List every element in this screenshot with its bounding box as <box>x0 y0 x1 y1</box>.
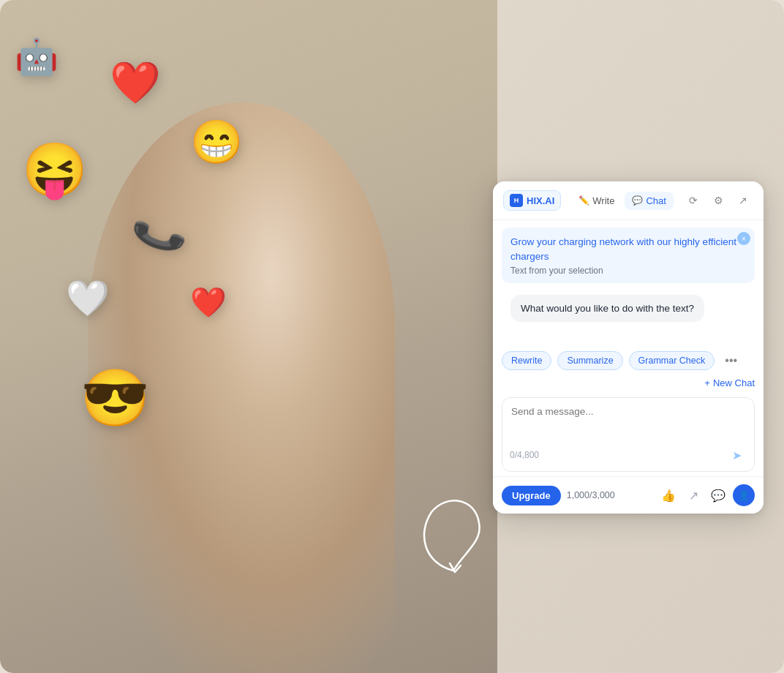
tab-chat[interactable]: 💬 Chat <box>625 192 673 210</box>
emoji-heart-red: ❤️ <box>190 285 227 320</box>
logo-badge: H HIX.AI <box>503 190 561 211</box>
question-area: What would you like to do with the text? <box>493 286 764 331</box>
expand-button[interactable]: ↗ <box>733 190 753 211</box>
share-button[interactable]: ↗ <box>683 485 704 505</box>
selected-text-sub: Text from your selection <box>510 266 746 276</box>
header-tabs: ✏️ Write 💬 Chat <box>571 192 674 210</box>
spacer <box>493 331 764 345</box>
suggestion-chips-area: Rewrite Summarize Grammar Check ••• <box>493 345 764 375</box>
thumbs-up-button[interactable]: 👍 <box>658 485 679 505</box>
logo-text: HIX.AI <box>527 195 554 206</box>
background: 😝 ❤️ 😁 📞 🤍 ❤️ 😎 🤖 H HIX.AI ✏️ Write 💬 <box>0 0 784 673</box>
bottom-actions: 👍 ↗ 💬 👤 <box>658 484 755 506</box>
decorative-arrow <box>410 490 497 578</box>
emoji-grinning: 😁 <box>190 117 243 167</box>
hix-logo-icon: H <box>510 194 523 207</box>
emoji-robot: 🤖 <box>15 37 59 78</box>
chat-icon: 💬 <box>632 195 643 206</box>
usage-count: 1,000/3,000 <box>567 490 615 500</box>
send-button[interactable]: ➤ <box>726 445 747 465</box>
comment-button[interactable]: 💬 <box>708 485 728 505</box>
write-icon: ✏️ <box>578 195 589 206</box>
chip-rewrite[interactable]: Rewrite <box>502 351 551 370</box>
new-chat-button[interactable]: + New Chat <box>704 377 755 388</box>
upgrade-button[interactable]: Upgrade <box>502 486 561 505</box>
avatar-button[interactable]: 👤 <box>733 484 755 506</box>
new-chat-row: + New Chat <box>493 375 764 393</box>
chip-grammar-check[interactable]: Grammar Check <box>629 351 715 370</box>
new-chat-icon: + <box>704 377 710 388</box>
avatar-icon: 👤 <box>738 490 750 501</box>
selected-text-main: Grow your charging network with our high… <box>510 235 746 263</box>
send-icon: ➤ <box>732 448 742 462</box>
settings-button[interactable]: ⚙ <box>708 190 728 211</box>
question-bubble: What would you like to do with the text? <box>510 295 704 322</box>
tab-write-label: Write <box>592 195 614 206</box>
emoji-heart-love: ❤️ <box>110 59 161 107</box>
emoji-heart-white: 🤍 <box>66 278 110 319</box>
header-actions: ⟳ ⚙ ↗ <box>683 190 753 211</box>
char-count: 0/4,800 <box>510 450 539 460</box>
chips-more-button[interactable]: ••• <box>720 351 742 370</box>
message-footer: 0/4,800 ➤ <box>502 442 754 471</box>
new-chat-label: New Chat <box>713 377 755 388</box>
message-input[interactable] <box>502 398 754 439</box>
panel-header: H HIX.AI ✏️ Write 💬 Chat ⟳ ⚙ ↗ <box>493 181 764 220</box>
emoji-tongue-out: 😝 <box>22 139 88 201</box>
history-button[interactable]: ⟳ <box>683 190 704 211</box>
bottom-bar: Upgrade 1,000/3,000 👍 ↗ 💬 👤 <box>493 476 764 514</box>
tab-write[interactable]: ✏️ Write <box>571 192 622 210</box>
emoji-sunglasses: 😎 <box>80 366 150 431</box>
selected-text-area: Grow your charging network with our high… <box>502 228 755 283</box>
chat-panel: H HIX.AI ✏️ Write 💬 Chat ⟳ ⚙ ↗ G <box>493 181 764 514</box>
chip-summarize[interactable]: Summarize <box>557 351 622 370</box>
tab-chat-label: Chat <box>646 195 666 206</box>
close-selected-button[interactable]: × <box>737 232 750 245</box>
message-input-area: 0/4,800 ➤ <box>502 397 755 472</box>
